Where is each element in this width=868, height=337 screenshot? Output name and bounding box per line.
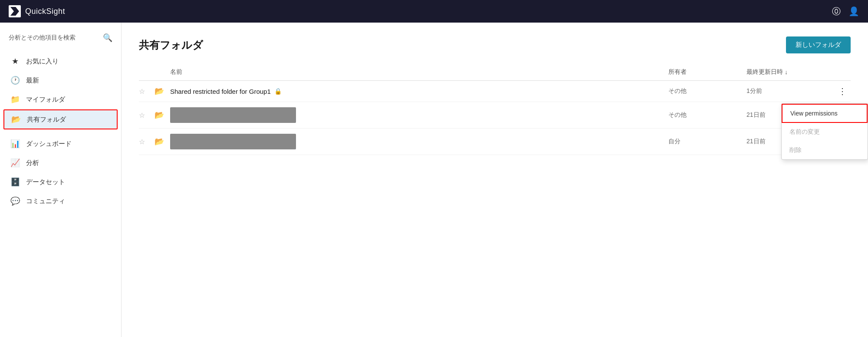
search-placeholder-text: 分析とその他項目を検索 [9,34,99,42]
layout: 分析とその他項目を検索 🔍 ★ お気に入り 🕐 最新 📁 マイフォルダ 📂 共有… [0,23,868,337]
context-menu: View permissions 名前の変更 削除 [781,103,868,160]
owner-text: その他 [668,87,687,94]
col-owner-header: 所有者 [668,68,746,76]
search-row: 分析とその他項目を検索 🔍 [0,33,121,51]
main-content: 共有フォルダ 新しいフォルダ 名前 所有者 最終更新日時 ↓ ☆ 📂 [122,23,868,337]
sidebar-item-label: データセット [26,178,65,186]
sidebar-item-label: コミュニティ [26,197,65,205]
blurred-name [170,134,296,149]
community-icon: 💬 [10,196,20,206]
main-header: 共有フォルダ 新しいフォルダ [139,36,851,53]
star-toggle[interactable]: ☆ [139,112,145,119]
sidebar-item-label: ダッシュボード [26,140,72,148]
quicksight-logo-icon [9,5,21,17]
sidebar-item-my-folder[interactable]: 📁 マイフォルダ [0,90,121,109]
topbar-logo-text: QuickSight [25,7,65,16]
sidebar-item-dataset[interactable]: 🗄️ データセット [0,173,121,191]
page-title: 共有フォルダ [139,38,203,52]
help-icon[interactable]: ⓪ [832,6,841,17]
sidebar-item-label: 分析 [26,159,39,167]
sort-icon: ↓ [785,69,788,76]
view-permissions-label: View permissions [790,110,838,117]
col-name-header: 名前 [170,68,668,76]
owner-text: 自分 [668,138,681,145]
dashboard-icon: 📊 [10,139,20,149]
topbar-right: ⓪ 👤 [832,6,859,17]
star-toggle[interactable]: ☆ [139,138,145,145]
new-folder-button[interactable]: 新しいフォルダ [786,36,851,53]
folder-name-text[interactable]: Shared restricted folder for Group1 [170,88,271,95]
shared-restricted-folder-icon: 📂 [155,87,164,96]
more-options-icon[interactable]: ⋮ [838,86,847,96]
star-icon: ★ [10,56,20,66]
search-icon[interactable]: 🔍 [103,33,112,43]
sidebar-item-label: 最新 [26,76,39,85]
folder-icon: 📂 [155,137,164,146]
topbar: QuickSight ⓪ 👤 [0,0,868,23]
context-menu-rename: 名前の変更 [782,123,868,141]
date-text: 21日前 [746,138,766,145]
sidebar-item-analysis[interactable]: 📈 分析 [0,154,121,172]
folder-icon: 📂 [155,111,164,119]
sidebar-item-label: お気に入り [26,57,59,66]
lock-icon: 🔒 [274,88,282,95]
sidebar-active-container: 📂 共有フォルダ [0,109,121,129]
rename-label: 名前の変更 [789,128,820,135]
star-toggle[interactable]: ☆ [139,88,145,95]
dataset-icon: 🗄️ [10,177,20,187]
shared-folder-icon: 📂 [11,115,21,124]
sidebar: 分析とその他項目を検索 🔍 ★ お気に入り 🕐 最新 📁 マイフォルダ 📂 共有… [0,23,122,337]
context-menu-delete: 削除 [782,141,868,159]
context-menu-view-permissions[interactable]: View permissions [782,104,868,123]
owner-text: その他 [668,111,687,118]
date-text: 1分前 [746,87,762,95]
blurred-name [170,107,296,123]
table-header: 名前 所有者 最終更新日時 ↓ [139,64,851,81]
clock-icon: 🕐 [10,76,20,85]
sidebar-item-dashboard[interactable]: 📊 ダッシュボード [0,135,121,153]
sidebar-item-recent[interactable]: 🕐 最新 [0,71,121,89]
topbar-left: QuickSight [9,5,65,17]
sidebar-item-shared-folder[interactable]: 📂 共有フォルダ [3,109,118,129]
user-icon[interactable]: 👤 [848,6,859,17]
table-row: ☆ 📂 Shared restricted folder for Group1 … [139,81,851,102]
sidebar-item-community[interactable]: 💬 コミュニティ [0,192,121,210]
sidebar-item-label: 共有フォルダ [27,116,66,124]
sidebar-item-favorites[interactable]: ★ お気に入り [0,52,121,70]
delete-label: 削除 [789,146,802,153]
table-row: ☆ 📂 その他 21日前 [139,102,851,129]
sidebar-item-label: マイフォルダ [26,96,65,104]
row-name-container: Shared restricted folder for Group1 🔒 [170,88,668,95]
date-text: 21日前 [746,111,766,119]
table-row: ☆ 📂 自分 21日前 [139,129,851,155]
analysis-icon: 📈 [10,158,20,168]
col-date-header[interactable]: 最終更新日時 ↓ [746,68,825,76]
folder-icon: 📁 [10,95,20,104]
